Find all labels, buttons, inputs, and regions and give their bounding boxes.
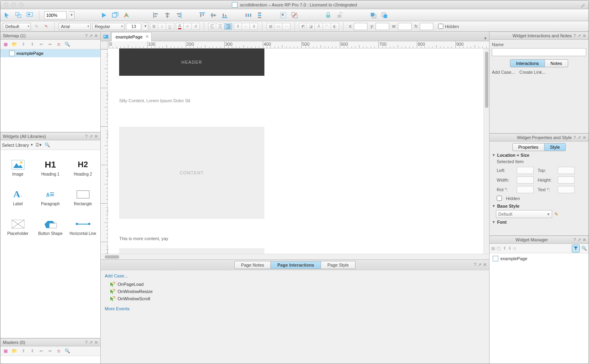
select-contained-button[interactable] — [25, 11, 34, 20]
add-master-folder-icon[interactable]: 📁 — [11, 348, 18, 355]
close-window-icon[interactable] — [4, 2, 8, 7]
align-middle-v-button[interactable] — [209, 11, 218, 20]
delete-master-icon[interactable]: ⦸ — [55, 348, 62, 355]
tab-page-style[interactable]: Page Style — [321, 261, 355, 269]
corner-radius-button[interactable]: ◠ — [323, 23, 331, 30]
popout-icon[interactable]: ↗ — [89, 340, 93, 345]
share-button[interactable] — [111, 11, 120, 20]
wm-filter-button[interactable] — [572, 245, 580, 253]
close-panel-icon[interactable]: ✕ — [94, 134, 98, 139]
close-panel-icon[interactable]: ✕ — [483, 262, 487, 267]
add-case-link[interactable]: Add Case... — [105, 273, 485, 278]
wm-down-icon[interactable]: ⬇ — [508, 246, 512, 251]
close-panel-icon[interactable]: ✕ — [583, 33, 586, 38]
select-library-dropdown[interactable]: Select Library ▼ — [2, 143, 33, 148]
wm-add-icon[interactable]: ▦ — [491, 246, 495, 251]
distribute-v-button[interactable] — [255, 11, 264, 20]
section-font[interactable]: Font — [492, 218, 586, 226]
widget-content-box-2[interactable] — [119, 248, 264, 254]
master-outdent-icon[interactable]: ⬅ — [37, 348, 45, 355]
delete-page-icon[interactable]: ⦸ — [55, 41, 62, 48]
align-top-button[interactable] — [198, 11, 207, 20]
zoom-dropdown[interactable]: ▼ — [69, 11, 75, 19]
widget-paragraph[interactable]: A≡Paragraph — [35, 183, 66, 212]
lock-button[interactable] — [324, 11, 333, 20]
horizontal-ruler[interactable]: 0100200300400500600700800900 — [108, 41, 489, 49]
add-page-icon[interactable]: ▦ — [2, 41, 9, 48]
h-input[interactable] — [420, 23, 433, 30]
preview-button[interactable] — [100, 11, 108, 20]
widget-label[interactable]: A_Label — [2, 183, 34, 212]
left-input[interactable] — [517, 167, 534, 174]
popout-icon[interactable]: ↗ — [577, 135, 581, 140]
w-input[interactable] — [398, 23, 412, 30]
master-up-icon[interactable]: ⬆ — [20, 348, 27, 355]
font-weight-dropdown[interactable]: Regular — [92, 23, 124, 30]
search-masters-icon[interactable]: 🔍 — [64, 348, 71, 355]
v-align-top-button[interactable]: ⬆ — [234, 23, 242, 30]
zoom-window-icon[interactable] — [19, 2, 24, 7]
tab-scroll-icon[interactable]: ▾ — [482, 36, 489, 41]
font-color-button[interactable]: A — [176, 23, 184, 30]
underline-button[interactable]: U — [166, 23, 174, 30]
wm-item-examplepage[interactable]: examplePage — [491, 255, 587, 262]
unlock-button[interactable] — [335, 11, 344, 20]
sitemap-item-examplepage[interactable]: examplePage — [0, 49, 100, 57]
library-options-icon[interactable]: ☰▾ — [35, 142, 42, 149]
h-align-right-button[interactable] — [224, 23, 232, 30]
widget-content-box[interactable]: CONTENT — [119, 127, 264, 219]
font-size-dropdown[interactable]: ▼ — [143, 22, 148, 30]
search-sitemap-icon[interactable]: 🔍 — [64, 41, 71, 48]
edit-style-icon[interactable]: ✎ — [554, 212, 558, 217]
popout-icon[interactable]: ↗ — [89, 33, 93, 38]
close-panel-icon[interactable]: ✕ — [94, 340, 98, 345]
text-rotation-input[interactable] — [558, 186, 575, 193]
popout-icon[interactable]: ↗ — [478, 262, 481, 267]
design-canvas[interactable]: HEADER Silly Content, Lorem Ipsum Dolor … — [108, 49, 483, 254]
wm-up-icon[interactable]: ⬆ — [503, 246, 506, 251]
help-icon[interactable]: ? — [573, 237, 576, 242]
popout-icon[interactable]: ↗ — [577, 33, 581, 38]
widget-heading[interactable]: Silly Content, Lorem Ipsum Dolor Sit — [119, 91, 280, 106]
event-onwindowscroll[interactable]: OnWindowScroll — [105, 295, 485, 302]
tab-page-interactions[interactable]: Page Interactions — [271, 261, 321, 269]
help-icon[interactable]: ? — [85, 134, 87, 139]
tab-examplepage[interactable]: examplePage✕ — [111, 32, 152, 41]
widget-rectangle[interactable]: Rectangle — [67, 183, 99, 212]
section-location-size[interactable]: Location + Size — [492, 151, 586, 159]
close-panel-icon[interactable]: ✕ — [94, 33, 98, 38]
base-style-dropdown[interactable]: Default — [496, 210, 552, 218]
canvas-hscrollbar[interactable] — [101, 254, 489, 259]
search-widgets-icon[interactable]: 🔍 — [44, 142, 51, 149]
move-down-icon[interactable]: ⬇ — [28, 41, 36, 48]
master-indent-icon[interactable]: ➡ — [46, 348, 53, 355]
widget-header-box[interactable]: HEADER — [119, 49, 264, 76]
home-tab[interactable] — [101, 32, 111, 41]
x-input[interactable] — [354, 23, 368, 30]
wm-copy-icon[interactable]: ⿻ — [497, 246, 501, 251]
zoom-input[interactable]: 100% — [44, 11, 67, 19]
vertical-ruler[interactable]: 0100200300400500 — [101, 49, 108, 254]
align-center-h-button[interactable] — [163, 11, 172, 20]
event-onpageload[interactable]: OnPageLoad — [105, 281, 485, 288]
popout-icon[interactable]: ↗ — [577, 237, 581, 243]
add-master-icon[interactable]: ▦ — [2, 348, 9, 355]
master-down-icon[interactable]: ⬇ — [28, 348, 36, 355]
section-base-style[interactable]: Base Style — [492, 202, 586, 210]
wm-search-icon[interactable]: 🔍 — [581, 246, 587, 251]
tab-notes[interactable]: Notes — [545, 59, 568, 67]
select-intersect-button[interactable] — [14, 11, 23, 20]
widget-button-shape[interactable]: Button Shape — [35, 212, 66, 241]
fullscreen-icon[interactable]: ⤢ — [581, 2, 585, 9]
help-icon[interactable]: ? — [573, 33, 576, 38]
font-size-input[interactable]: 13 — [126, 23, 141, 30]
distribute-h-button[interactable] — [244, 11, 253, 20]
border-style-button[interactable]: ┈ — [282, 23, 290, 30]
add-folder-icon[interactable]: 📁 — [11, 41, 18, 48]
canvas-vscrollbar[interactable] — [483, 49, 489, 254]
prop-hidden-checkbox[interactable] — [497, 196, 502, 201]
border-width-button[interactable]: ▭ — [274, 23, 282, 30]
widget-heading-2[interactable]: H2Heading 2 — [67, 153, 99, 182]
event-onwindowresize[interactable]: OnWindowResize — [105, 288, 485, 295]
minimize-window-icon[interactable] — [11, 2, 16, 7]
